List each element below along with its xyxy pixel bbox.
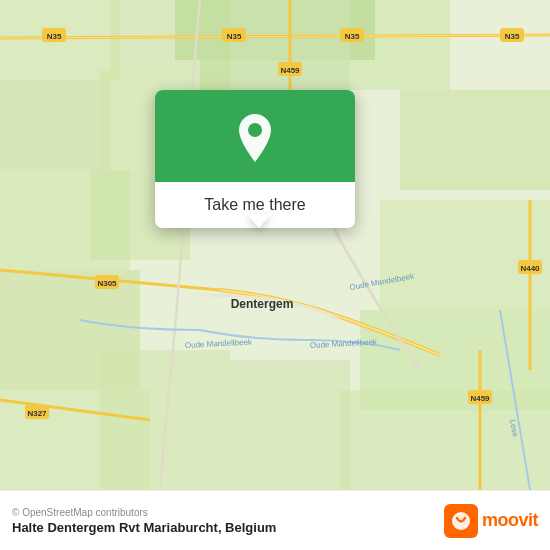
svg-text:N35: N35 [47,32,62,41]
popup-green-area [155,90,355,182]
location-name: Halte Dentergem Rvt Mariaburcht, Belgium [12,520,276,535]
map-svg: N35 N35 N35 N35 N459 N459 N440 N305 N327 [0,0,550,490]
svg-text:N327: N327 [27,409,47,418]
moovit-icon [444,504,478,538]
map-container: N35 N35 N35 N35 N459 N459 N440 N305 N327 [0,0,550,490]
svg-rect-2 [0,80,110,170]
svg-point-48 [248,123,262,137]
svg-rect-14 [230,360,350,490]
svg-text:N305: N305 [97,279,117,288]
svg-text:N459: N459 [280,66,300,75]
svg-rect-10 [400,90,550,190]
svg-text:N440: N440 [520,264,540,273]
osm-credit: © OpenStreetMap contributors [12,507,276,518]
svg-text:Dentergem: Dentergem [231,297,294,311]
popup-pointer [247,214,271,228]
svg-text:N35: N35 [227,32,242,41]
svg-rect-13 [340,390,550,490]
svg-text:N35: N35 [345,32,360,41]
svg-text:N459: N459 [470,394,490,403]
popup-card: Take me there [155,90,355,228]
svg-rect-11 [380,200,550,310]
bottom-bar: © OpenStreetMap contributors Halte Dente… [0,490,550,550]
svg-text:N35: N35 [505,32,520,41]
moovit-logo: moovit [444,504,538,538]
moovit-text: moovit [482,510,538,531]
location-pin-icon [233,112,277,164]
bottom-left: © OpenStreetMap contributors Halte Dente… [12,507,276,535]
